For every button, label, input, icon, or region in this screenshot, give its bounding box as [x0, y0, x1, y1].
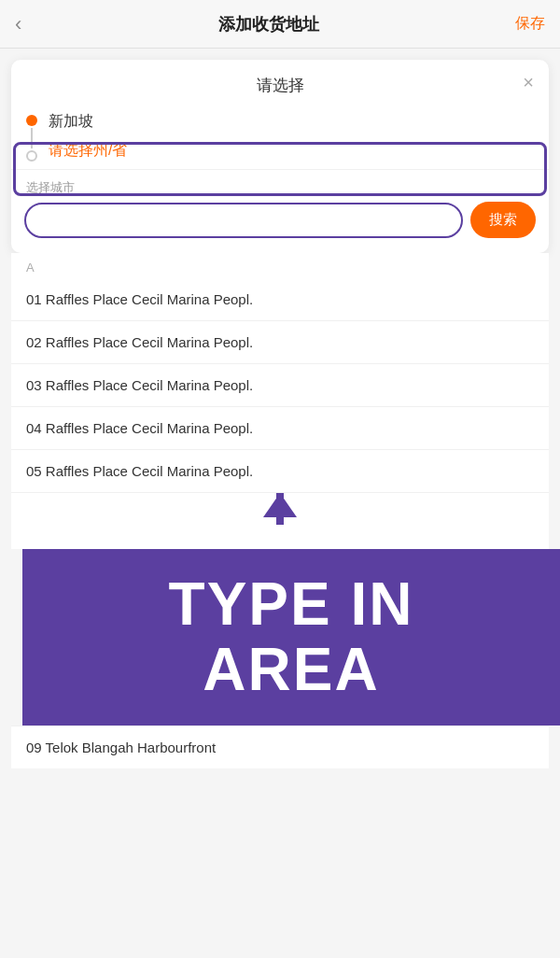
list-container: A 01 Raffles Place Cecil Marina Peopl. 0… [11, 253, 549, 493]
arrow-container [11, 493, 549, 549]
back-button[interactable]: ‹ [15, 12, 21, 36]
close-button[interactable]: × [523, 73, 534, 92]
search-row: 搜索 [24, 202, 536, 238]
type-in-line2: AREA [203, 637, 379, 702]
modal-card: 请选择 × 新加坡 请选择州/省 选择城市 搜索 [11, 60, 549, 253]
list-item[interactable]: 02 Raffles Place Cecil Marina Peopl. [11, 321, 549, 364]
save-button[interactable]: 保存 [515, 14, 545, 34]
search-button[interactable]: 搜索 [470, 202, 536, 238]
list-item[interactable]: 01 Raffles Place Cecil Marina Peopl. [11, 278, 549, 321]
type-in-line1: TYPE IN [169, 571, 414, 637]
location-dots [26, 111, 37, 162]
list-item[interactable]: 03 Raffles Place Cecil Marina Peopl. [11, 364, 549, 407]
bottom-list-item[interactable]: 09 Telok Blangah Harbourfront [11, 726, 549, 768]
modal-title: 请选择 [257, 75, 304, 96]
section-label-a: A [11, 253, 549, 278]
divider [11, 169, 549, 170]
dot-province [26, 150, 37, 162]
modal-header: 请选择 × [11, 60, 549, 106]
dot-country [26, 115, 37, 126]
arrow-head-up [263, 493, 297, 517]
page-title: 添加收货地址 [218, 13, 319, 35]
search-input-wrapper[interactable] [24, 203, 463, 238]
list-item[interactable]: 04 Raffles Place Cecil Marina Peopl. [11, 407, 549, 450]
nav-bar: ‹ 添加收货地址 保存 [0, 0, 560, 49]
province-placeholder[interactable]: 请选择州/省 [49, 141, 534, 161]
dot-line [31, 128, 33, 148]
country-label: 新加坡 [49, 112, 534, 132]
search-label: 选择城市 [24, 179, 536, 196]
location-selector: 新加坡 请选择州/省 [11, 106, 549, 169]
search-input[interactable] [39, 212, 448, 228]
search-area: 选择城市 搜索 [11, 179, 549, 238]
type-in-banner: TYPE IN AREA [22, 549, 560, 726]
list-item[interactable]: 05 Raffles Place Cecil Marina Peopl. [11, 450, 549, 493]
